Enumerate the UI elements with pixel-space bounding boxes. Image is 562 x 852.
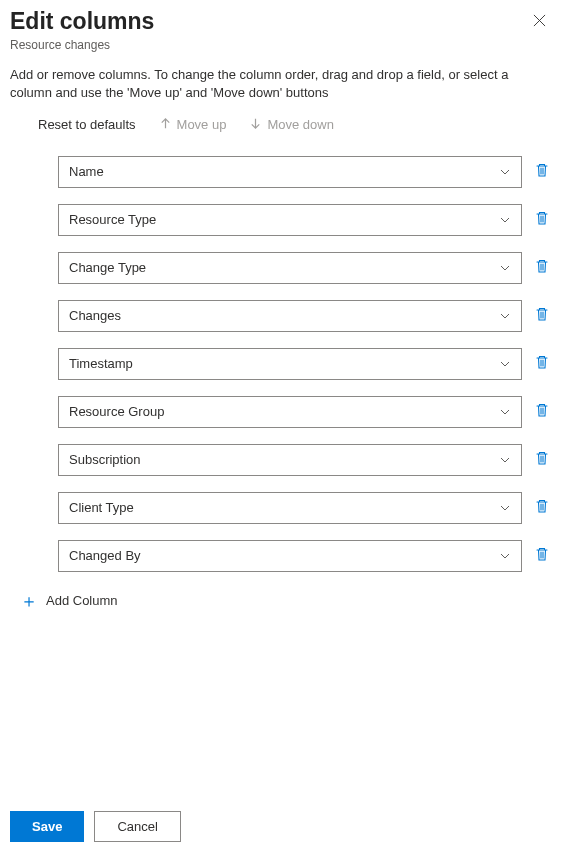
column-select[interactable]: Change Type	[58, 252, 522, 284]
delete-column-button[interactable]	[532, 208, 552, 231]
column-select-label: Changes	[69, 308, 121, 323]
column-select[interactable]: Resource Group	[58, 396, 522, 428]
close-button[interactable]	[527, 8, 552, 35]
page-title: Edit columns	[10, 8, 154, 36]
delete-column-button[interactable]	[532, 304, 552, 327]
column-row: Name	[58, 156, 552, 188]
column-select[interactable]: Subscription	[58, 444, 522, 476]
move-up-label: Move up	[177, 117, 227, 132]
trash-icon	[534, 498, 550, 517]
column-select[interactable]: Client Type	[58, 492, 522, 524]
column-row: Resource Type	[58, 204, 552, 236]
trash-icon	[534, 306, 550, 325]
column-select-label: Resource Type	[69, 212, 156, 227]
column-select[interactable]: Resource Type	[58, 204, 522, 236]
column-select-label: Timestamp	[69, 356, 133, 371]
chevron-down-icon	[499, 454, 511, 466]
column-row: Client Type	[58, 492, 552, 524]
delete-column-button[interactable]	[532, 448, 552, 471]
chevron-down-icon	[499, 406, 511, 418]
column-select-label: Client Type	[69, 500, 134, 515]
column-select-label: Resource Group	[69, 404, 164, 419]
reset-to-defaults-link[interactable]: Reset to defaults	[38, 117, 136, 132]
chevron-down-icon	[499, 310, 511, 322]
close-icon	[533, 14, 546, 30]
delete-column-button[interactable]	[532, 400, 552, 423]
cancel-button[interactable]: Cancel	[94, 811, 180, 842]
save-button[interactable]: Save	[10, 811, 84, 842]
move-up-button[interactable]: Move up	[158, 116, 227, 134]
column-row: Subscription	[58, 444, 552, 476]
arrow-down-icon	[248, 116, 263, 134]
chevron-down-icon	[499, 502, 511, 514]
column-row: Timestamp	[58, 348, 552, 380]
column-select-label: Changed By	[69, 548, 141, 563]
add-column-label: Add Column	[46, 593, 118, 608]
column-select-label: Subscription	[69, 452, 141, 467]
chevron-down-icon	[499, 358, 511, 370]
column-row: Changed By	[58, 540, 552, 572]
trash-icon	[534, 210, 550, 229]
delete-column-button[interactable]	[532, 256, 552, 279]
arrow-up-icon	[158, 116, 173, 134]
column-select-label: Change Type	[69, 260, 146, 275]
chevron-down-icon	[499, 262, 511, 274]
column-row: Resource Group	[58, 396, 552, 428]
column-select[interactable]: Timestamp	[58, 348, 522, 380]
delete-column-button[interactable]	[532, 544, 552, 567]
column-row: Change Type	[58, 252, 552, 284]
move-down-button[interactable]: Move down	[248, 116, 333, 134]
trash-icon	[534, 402, 550, 421]
chevron-down-icon	[499, 550, 511, 562]
add-column-button[interactable]: ＋ Add Column	[10, 592, 552, 610]
page-subtitle: Resource changes	[10, 38, 154, 52]
description-text: Add or remove columns. To change the col…	[10, 66, 552, 102]
column-select[interactable]: Changed By	[58, 540, 522, 572]
plus-icon: ＋	[20, 592, 38, 610]
trash-icon	[534, 162, 550, 181]
column-select[interactable]: Changes	[58, 300, 522, 332]
chevron-down-icon	[499, 166, 511, 178]
column-select[interactable]: Name	[58, 156, 522, 188]
delete-column-button[interactable]	[532, 160, 552, 183]
trash-icon	[534, 258, 550, 277]
chevron-down-icon	[499, 214, 511, 226]
trash-icon	[534, 450, 550, 469]
trash-icon	[534, 354, 550, 373]
move-down-label: Move down	[267, 117, 333, 132]
column-row: Changes	[58, 300, 552, 332]
trash-icon	[534, 546, 550, 565]
column-select-label: Name	[69, 164, 104, 179]
delete-column-button[interactable]	[532, 496, 552, 519]
delete-column-button[interactable]	[532, 352, 552, 375]
